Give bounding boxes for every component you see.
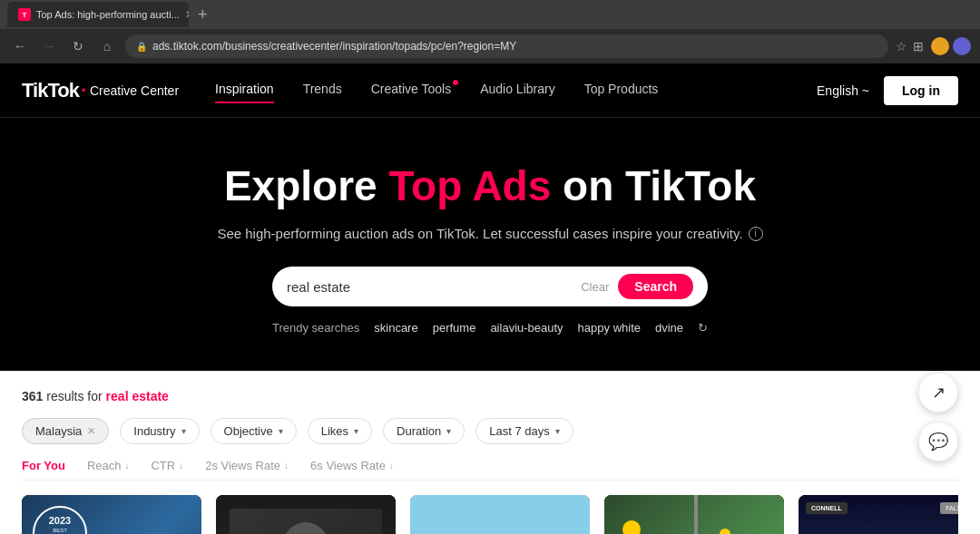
results-prefix: results for xyxy=(46,389,105,403)
results-count: 361 xyxy=(22,389,43,403)
trendy-label: Trendy searches xyxy=(272,321,359,335)
map-pin xyxy=(720,529,730,534)
card-2-thumbnail: ▶ xyxy=(216,495,396,534)
info-icon[interactable]: i xyxy=(749,227,763,241)
card-1-image: 2023 BEST AFFORDABLE LAYERS SUNGAI PETAI… xyxy=(22,495,201,534)
share-float-button[interactable]: ↗ xyxy=(918,373,958,413)
nav-right: English ~ Log in xyxy=(817,76,958,105)
sort-tabs: For You Reach ↓ CTR ↓ 2s Views Rate ↓ 6s… xyxy=(22,459,958,481)
refresh-icon[interactable]: ↻ xyxy=(698,321,708,335)
address-bar[interactable]: 🔒 ads.tiktok.com/business/creativecenter… xyxy=(125,34,888,58)
address-text: ads.tiktok.com/business/creativecenter/i… xyxy=(152,40,516,53)
clear-button[interactable]: Clear xyxy=(581,280,609,294)
login-button[interactable]: Log in xyxy=(884,76,958,105)
card-3-thumbnail: ▶ xyxy=(410,495,590,534)
results-query: real estate xyxy=(106,389,169,403)
tab-close-button[interactable]: ✕ xyxy=(185,8,189,21)
card-4-image: FINDING FOR A NEW CONDOMINIUM PROJECT NE… xyxy=(604,495,784,534)
sort-arrow-6s: ↓ xyxy=(389,461,394,471)
profile-icons xyxy=(931,37,971,55)
trendy-searches: Trendy searches skincare perfume ailaviu… xyxy=(18,321,962,335)
remove-malaysia-filter[interactable]: ✕ xyxy=(87,425,95,437)
sort-arrow-reach: ↓ xyxy=(124,461,129,471)
top-nav: TikTok · Creative Center Inspiration Tre… xyxy=(0,63,980,118)
trendy-tag-happywhite[interactable]: happy white xyxy=(578,321,641,335)
cards-grid: 2023 BEST AFFORDABLE LAYERS SUNGAI PETAI… xyxy=(22,495,958,534)
filter-likes[interactable]: Likes ▾ xyxy=(308,418,372,444)
sort-tab-foryou[interactable]: For You xyxy=(22,459,65,472)
chat-icon: 💬 xyxy=(928,432,948,451)
card-2-image: ▶ xyxy=(216,495,396,534)
share-icon: ↗ xyxy=(932,383,946,403)
sort-tab-6s-views[interactable]: 6s Views Rate ↓ xyxy=(310,459,394,472)
chevron-down-icon: ▾ xyxy=(181,426,186,436)
tab-favicon: T xyxy=(18,8,31,21)
card-1-award: 2023 BEST AFFORDABLE LAYERS SUNGAI PETAI xyxy=(33,506,87,534)
aerial-map: FINDING FOR A NEW CONDOMINIUM PROJECT NE… xyxy=(604,495,784,534)
tiktok-logo[interactable]: TikTok · Creative Center xyxy=(22,79,179,102)
city-aerial: CONNELL FALSE Stanford and Yale at eduse… xyxy=(799,495,958,534)
sort-arrow-ctr: ↓ xyxy=(179,461,183,471)
filter-duration[interactable]: Duration ▾ xyxy=(383,418,465,444)
nav-item-creative-tools[interactable]: Creative Tools xyxy=(371,82,451,100)
filter-objective[interactable]: Objective ▾ xyxy=(211,418,297,444)
sort-tab-ctr[interactable]: CTR ↓ xyxy=(151,459,183,472)
chevron-down-icon: ▾ xyxy=(446,426,451,436)
card-1-thumbnail: 2023 BEST AFFORDABLE LAYERS SUNGAI PETAI… xyxy=(22,495,201,534)
tiktok-app: TikTok · Creative Center Inspiration Tre… xyxy=(0,63,980,534)
card-4[interactable]: FINDING FOR A NEW CONDOMINIUM PROJECT NE… xyxy=(604,495,784,534)
chevron-down-icon: ▾ xyxy=(555,426,560,436)
browser-window: T Top Ads: high-performing aucti... ✕ + … xyxy=(0,0,980,63)
forward-button[interactable]: → xyxy=(38,39,60,53)
tab-title: Top Ads: high-performing aucti... xyxy=(36,9,180,20)
results-header: 361 results for real estate xyxy=(22,389,958,403)
bookmark-icon[interactable]: ☆ xyxy=(896,39,907,53)
trendy-tag-skincare[interactable]: skincare xyxy=(374,321,417,335)
results-section: 361 results for real estate Malaysia ✕ I… xyxy=(0,371,980,534)
nav-item-audio-library[interactable]: Audio Library xyxy=(480,82,555,100)
filter-malaysia[interactable]: Malaysia ✕ xyxy=(22,418,109,444)
filter-industry[interactable]: Industry ▾ xyxy=(120,418,199,444)
card-5[interactable]: CONNELL FALSE Stanford and Yale at eduse… xyxy=(799,495,958,534)
logo-tiktok-text: TikTok xyxy=(22,79,79,102)
lock-icon: 🔒 xyxy=(136,42,147,52)
language-button[interactable]: English ~ xyxy=(817,83,869,98)
new-tab-button[interactable]: + xyxy=(192,5,213,24)
browser-tab[interactable]: T Top Ads: high-performing aucti... ✕ xyxy=(7,2,189,27)
extensions-icon[interactable]: ⊞ xyxy=(913,39,924,53)
back-button[interactable]: ← xyxy=(9,39,31,53)
floating-buttons: ↗ 💬 xyxy=(918,373,958,461)
tab-bar: T Top Ads: high-performing aucti... ✕ + xyxy=(0,0,980,29)
card-3[interactable]: ▶ Video Views xyxy=(410,495,590,534)
card-4-thumbnail: FINDING FOR A NEW CONDOMINIUM PROJECT NE… xyxy=(604,495,784,534)
search-input[interactable] xyxy=(287,279,581,295)
nav-item-trends[interactable]: Trends xyxy=(303,82,342,100)
nav-items: Inspiration Trends Creative Tools Audio … xyxy=(215,82,817,100)
trendy-tag-ailaviu[interactable]: ailaviu-beauty xyxy=(490,321,563,335)
browser-nav-bar: ← → ↻ ⌂ 🔒 ads.tiktok.com/business/creati… xyxy=(0,29,980,63)
card-1[interactable]: 2023 BEST AFFORDABLE LAYERS SUNGAI PETAI… xyxy=(22,495,201,534)
search-bar: Clear Search xyxy=(272,267,708,306)
card-5-image: CONNELL FALSE Stanford and Yale at eduse… xyxy=(799,495,958,534)
home-button[interactable]: ⌂ xyxy=(96,39,118,53)
sort-tab-2s-views[interactable]: 2s Views Rate ↓ xyxy=(205,459,289,472)
card-5-thumbnail: CONNELL FALSE Stanford and Yale at eduse… xyxy=(799,495,958,534)
chat-float-button[interactable]: 💬 xyxy=(918,422,958,461)
filter-last7days[interactable]: Last 7 days ▾ xyxy=(475,418,573,444)
trendy-tag-dvine[interactable]: dvine xyxy=(655,321,683,335)
profile-avatar-1[interactable] xyxy=(931,37,949,55)
reload-button[interactable]: ↻ xyxy=(67,39,89,53)
hero-section: Explore Top Ads on TikTok See high-perfo… xyxy=(0,118,980,371)
nav-item-top-products[interactable]: Top Products xyxy=(584,82,659,100)
logo-creative-text: Creative Center xyxy=(90,83,179,98)
chevron-down-icon: ▾ xyxy=(279,426,283,436)
profile-avatar-2[interactable] xyxy=(953,37,971,55)
trendy-tag-perfume[interactable]: perfume xyxy=(433,321,476,335)
card-2[interactable]: ▶ Reach xyxy=(216,495,396,534)
search-button[interactable]: Search xyxy=(618,274,693,299)
sort-tab-reach[interactable]: Reach ↓ xyxy=(87,459,130,472)
false-badge: FALSE xyxy=(940,502,958,514)
logo-dot: · xyxy=(81,79,86,102)
hero-subtitle: See high-performing auction ads on TikTo… xyxy=(18,226,962,241)
nav-item-inspiration[interactable]: Inspiration xyxy=(215,82,274,100)
